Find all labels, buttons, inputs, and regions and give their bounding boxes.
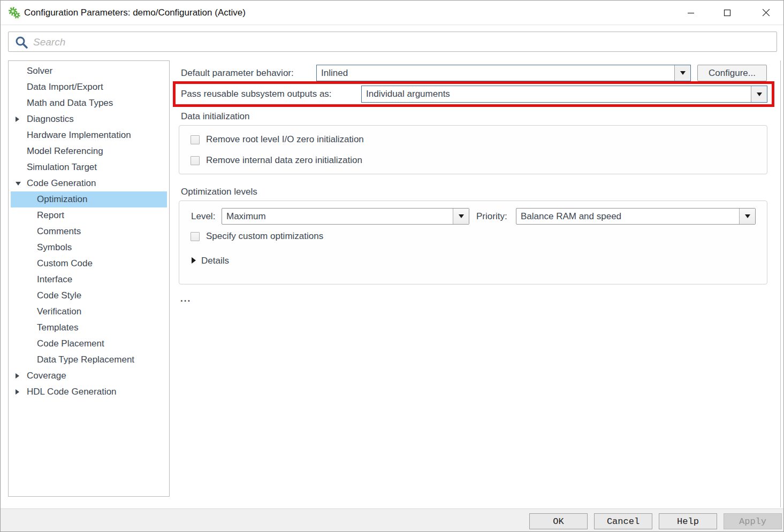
configure-button[interactable]: Configure... — [697, 65, 767, 81]
priority-dropdown[interactable]: Balance RAM and speed — [516, 208, 756, 225]
sidebar-item-label: Code Style — [37, 290, 81, 300]
app-gears-icon — [8, 6, 21, 19]
sidebar-item-templates[interactable]: Templates — [11, 320, 167, 336]
data-initialization-title: Data initialization — [181, 111, 250, 122]
level-label: Level: — [191, 211, 215, 222]
configuration-parameters-dialog: { "window": { "title": "Configuration Pa… — [0, 0, 784, 532]
sidebar-item-label: HDL Code Generation — [27, 387, 117, 397]
sidebar-item-interface[interactable]: Interface — [11, 272, 167, 288]
details-expand-arrow-icon[interactable] — [192, 257, 196, 264]
search-icon — [15, 36, 28, 49]
apply-button: Apply — [724, 513, 782, 529]
sidebar-item-data-import-export[interactable]: Data Import/Export — [11, 79, 167, 95]
search-bar — [8, 32, 777, 52]
chevron-down-icon[interactable] — [751, 86, 767, 102]
search-input[interactable] — [32, 33, 773, 52]
sidebar-item-custom-code[interactable]: Custom Code — [11, 256, 167, 272]
sidebar-item-label: Hardware Implementation — [27, 130, 131, 140]
minimize-icon — [687, 9, 695, 17]
pass-reusable-outputs-dropdown[interactable]: Individual arguments — [361, 86, 767, 103]
sidebar-item-label: Optimization — [37, 194, 87, 204]
sidebar-item-label: Code Generation — [27, 178, 96, 188]
sidebar-item-comments[interactable]: Comments — [11, 223, 167, 240]
chevron-down-icon[interactable] — [739, 209, 755, 224]
pass-reusable-outputs-label: Pass reusable subsystem outputs as: — [181, 89, 332, 99]
sidebar-item-diagnostics[interactable]: Diagnostics — [11, 111, 167, 127]
sidebar-item-label: Solver — [27, 66, 52, 76]
content-right-border — [780, 60, 781, 507]
sidebar-item-symbols[interactable]: Symbols — [11, 240, 167, 256]
sidebar-item-label: Custom Code — [37, 258, 93, 268]
optimization-levels-title: Optimization levels — [181, 187, 257, 197]
minimize-button[interactable] — [679, 1, 703, 25]
sidebar-item-label: Diagnostics — [27, 114, 74, 124]
sidebar-item-solver[interactable]: Solver — [11, 63, 167, 79]
sidebar-item-coverage[interactable]: Coverage — [11, 368, 167, 384]
checkbox-label: Remove internal data zero initialization — [206, 155, 362, 166]
sidebar-item-simulation-target[interactable]: Simulation Target — [11, 159, 167, 175]
close-icon — [762, 8, 771, 17]
dropdown-value: Balance RAM and speed — [521, 209, 737, 224]
sidebar-item-report[interactable]: Report — [11, 207, 167, 223]
sidebar-tree: Solver Data Import/Export Math and Data … — [8, 60, 170, 497]
sidebar-item-label: Simulation Target — [27, 162, 97, 172]
ok-button[interactable]: OK — [529, 513, 588, 529]
sidebar-item-hardware-implementation[interactable]: Hardware Implementation — [11, 127, 167, 143]
sidebar-item-verification[interactable]: Verification — [11, 304, 167, 320]
default-parameter-behavior-label: Default parameter behavior: — [181, 68, 294, 79]
priority-label: Priority: — [476, 211, 507, 222]
sidebar-item-label: Data Import/Export — [27, 82, 103, 92]
sidebar-item-math-and-data-types[interactable]: Math and Data Types — [11, 95, 167, 111]
help-button[interactable]: Help — [659, 513, 717, 529]
collapse-arrow-icon[interactable] — [16, 389, 19, 395]
dropdown-value: Maximum — [226, 209, 451, 224]
sidebar-item-optimization[interactable]: Optimization — [11, 191, 167, 207]
sidebar-item-label: Comments — [37, 226, 81, 236]
sidebar-item-data-type-replacement[interactable]: Data Type Replacement — [11, 352, 167, 368]
sidebar-item-code-placement[interactable]: Code Placement — [11, 336, 167, 352]
sidebar-item-label: Math and Data Types — [27, 98, 113, 108]
optimization-levels-groupbox: Level: Maximum Priority: Balance RAM and… — [179, 201, 767, 284]
sidebar-item-label: Data Type Replacement — [37, 354, 134, 365]
footer-bar: OK Cancel Help Apply — [1, 508, 783, 532]
checkbox-label: Specify custom optimizations — [206, 231, 323, 242]
data-initialization-groupbox: Remove root level I/O zero initializatio… — [179, 125, 767, 174]
maximize-icon — [723, 9, 732, 17]
title-bar: Configuration Parameters: demo/Configura… — [1, 1, 783, 25]
remove-root-io-checkbox[interactable] — [191, 135, 200, 144]
sidebar-item-hdl-code-generation[interactable]: HDL Code Generation — [11, 384, 167, 400]
window-title: Configuration Parameters: demo/Configura… — [24, 1, 246, 25]
chevron-down-icon[interactable] — [453, 209, 469, 224]
sidebar-item-code-generation[interactable]: Code Generation — [11, 175, 167, 191]
sidebar-item-code-style[interactable]: Code Style — [11, 288, 167, 304]
dropdown-value: Individual arguments — [366, 86, 749, 102]
more-options-ellipsis: ... — [180, 294, 191, 304]
sidebar-item-label: Interface — [37, 274, 72, 284]
remove-internal-data-checkbox[interactable] — [191, 156, 200, 165]
maximize-button[interactable] — [715, 1, 740, 25]
sidebar-item-label: Verification — [37, 306, 81, 317]
sidebar-item-label: Templates — [37, 322, 78, 333]
sidebar-item-label: Coverage — [27, 371, 66, 381]
sidebar-item-model-referencing[interactable]: Model Referencing — [11, 143, 167, 159]
specify-custom-optimizations-checkbox[interactable] — [191, 232, 200, 241]
sidebar-item-label: Symbols — [37, 242, 72, 252]
default-parameter-behavior-dropdown[interactable]: Inlined — [316, 65, 691, 81]
dropdown-value: Inlined — [321, 65, 672, 81]
chevron-down-icon[interactable] — [674, 65, 690, 81]
sidebar-item-label: Model Referencing — [27, 146, 103, 156]
expand-arrow-icon[interactable] — [16, 182, 21, 186]
checkbox-label: Remove root level I/O zero initializatio… — [206, 134, 364, 145]
details-label[interactable]: Details — [201, 256, 229, 266]
sidebar-item-label: Code Placement — [37, 338, 104, 349]
cancel-button[interactable]: Cancel — [594, 513, 652, 529]
collapse-arrow-icon[interactable] — [16, 117, 19, 122]
collapse-arrow-icon[interactable] — [16, 373, 19, 379]
sidebar-item-label: Report — [37, 210, 64, 220]
close-button[interactable] — [753, 1, 778, 25]
level-dropdown[interactable]: Maximum — [222, 208, 469, 225]
